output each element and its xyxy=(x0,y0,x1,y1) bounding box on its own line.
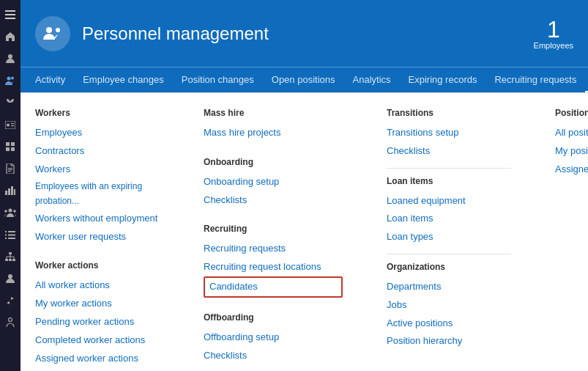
nav-recruiting-requests[interactable]: Recruiting requests xyxy=(485,70,585,92)
id-icon[interactable] xyxy=(0,114,21,135)
svg-point-21 xyxy=(9,209,12,213)
svg-rect-25 xyxy=(8,231,15,232)
grid-icon[interactable] xyxy=(0,136,21,157)
transitions-divider xyxy=(387,168,511,169)
svg-point-40 xyxy=(9,318,12,322)
plant-icon[interactable] xyxy=(0,92,21,113)
list-icon[interactable] xyxy=(0,224,21,245)
link-transitions-checklists[interactable]: Checklists xyxy=(387,142,511,161)
offboarding-section-title: Offboarding xyxy=(204,312,343,323)
document-icon[interactable] xyxy=(0,158,21,179)
sidebar xyxy=(0,0,21,371)
chart-icon[interactable] xyxy=(0,180,21,201)
org-icon[interactable] xyxy=(0,246,21,267)
link-assigned-worker-actions[interactable]: Assigned worker actions xyxy=(35,350,160,368)
home-icon[interactable] xyxy=(0,26,21,47)
organizations-section-title: Organizations xyxy=(387,262,511,272)
link-completed-worker-actions[interactable]: Completed worker actions xyxy=(35,331,160,350)
link-my-worker-actions[interactable]: My worker actions xyxy=(35,295,160,313)
svg-point-41 xyxy=(46,27,52,33)
app-icon xyxy=(35,16,70,51)
nav-expiring-records[interactable]: Expiring records xyxy=(400,70,486,92)
link-recruiting-request-locations[interactable]: Recruiting request locations xyxy=(204,258,343,276)
svg-rect-14 xyxy=(8,168,12,169)
nav-activity[interactable]: Activity xyxy=(26,70,74,92)
svg-rect-9 xyxy=(11,125,14,126)
nav-employee-changes[interactable]: Employee changes xyxy=(74,70,173,92)
svg-rect-11 xyxy=(11,142,15,146)
svg-rect-20 xyxy=(14,189,15,195)
link-departments[interactable]: Departments xyxy=(387,278,511,296)
svg-rect-28 xyxy=(5,238,7,239)
link-employees[interactable]: Employees xyxy=(35,124,160,142)
col-hiring: Mass hire Mass hire projects Onboarding … xyxy=(204,108,343,356)
link-onboarding-setup[interactable]: Onboarding setup xyxy=(204,173,343,191)
link-assigned-position-actions[interactable]: Assigned position actions xyxy=(555,161,588,179)
link-mass-hire-projects[interactable]: Mass hire projects xyxy=(204,124,343,142)
link-loan-items[interactable]: Loan items xyxy=(387,210,511,228)
link-position-hierarchy[interactable]: Position hierarchy xyxy=(387,332,511,350)
onboarding-section-title: Onboarding xyxy=(204,157,343,167)
link-worker-user-requests[interactable]: Worker user requests xyxy=(35,228,160,246)
link-transitions-setup[interactable]: Transitions setup xyxy=(387,124,511,142)
link-jobs[interactable]: Jobs xyxy=(387,296,511,315)
mass-hire-section-title: Mass hire xyxy=(204,108,343,118)
badge-number: 1 xyxy=(547,18,560,41)
svg-point-39 xyxy=(8,274,12,279)
svg-rect-19 xyxy=(11,186,13,195)
transfer-icon[interactable] xyxy=(0,290,21,311)
link-employees-expiring[interactable]: Employees with an expiring probation... xyxy=(35,178,160,209)
svg-rect-10 xyxy=(6,142,10,146)
link-workers-without-employment[interactable]: Workers without employment xyxy=(35,210,160,228)
nav-position-changes[interactable]: Position changes xyxy=(173,70,263,92)
svg-rect-31 xyxy=(5,259,8,261)
svg-rect-29 xyxy=(8,238,15,239)
col-position-actions: Position actions All position actions My… xyxy=(555,108,588,356)
page-title: Personnel management xyxy=(82,23,534,44)
hamburger-icon[interactable] xyxy=(0,4,21,25)
svg-rect-24 xyxy=(5,231,7,232)
svg-point-5 xyxy=(11,77,14,80)
link-loaned-equipment[interactable]: Loaned equipment xyxy=(387,192,511,210)
team-icon[interactable] xyxy=(0,202,21,223)
header: Personnel management 1 Employees xyxy=(21,0,588,67)
people-icon[interactable] xyxy=(0,70,21,91)
link-offboarding-setup[interactable]: Offboarding setup xyxy=(204,328,343,347)
nav-analytics[interactable]: Analytics xyxy=(344,70,400,92)
svg-rect-32 xyxy=(9,259,12,261)
link-pending-worker-actions[interactable]: Pending worker actions xyxy=(35,313,160,331)
svg-rect-30 xyxy=(9,252,12,254)
link-recruiting-requests[interactable]: Recruiting requests xyxy=(204,240,343,258)
person3-icon[interactable] xyxy=(0,312,21,333)
link-onboarding-checklists[interactable]: Checklists xyxy=(204,191,343,210)
svg-rect-8 xyxy=(11,123,14,124)
loan-items-section-title: Loan items xyxy=(387,176,511,186)
svg-point-22 xyxy=(4,210,7,213)
svg-rect-16 xyxy=(8,171,11,172)
svg-rect-17 xyxy=(5,191,7,195)
svg-rect-33 xyxy=(12,259,15,261)
link-my-position-actions[interactable]: My position actions xyxy=(555,142,588,161)
link-workers[interactable]: Workers xyxy=(35,161,160,179)
badge-label: Employees xyxy=(534,41,573,50)
person-icon[interactable] xyxy=(0,48,21,69)
link-offboarding-checklists[interactable]: Checklists xyxy=(204,347,343,365)
svg-point-3 xyxy=(8,54,12,59)
workers-section-title: Workers xyxy=(35,108,160,118)
link-active-positions[interactable]: Active positions xyxy=(387,315,511,333)
position-actions-section-title: Position actions xyxy=(555,108,588,118)
svg-point-7 xyxy=(7,123,10,126)
link-contractors[interactable]: Contractors xyxy=(35,142,160,161)
navbar: Activity Employee changes Position chang… xyxy=(21,67,588,92)
person2-icon[interactable] xyxy=(0,268,21,289)
svg-rect-27 xyxy=(8,234,15,235)
nav-links[interactable]: Links xyxy=(585,70,588,92)
link-all-position-actions[interactable]: All position actions xyxy=(555,124,588,142)
link-loan-types[interactable]: Loan types xyxy=(387,228,511,246)
nav-open-positions[interactable]: Open positions xyxy=(263,70,344,92)
svg-rect-12 xyxy=(6,147,10,151)
link-all-worker-actions[interactable]: All worker actions xyxy=(35,276,160,295)
svg-point-4 xyxy=(7,77,11,81)
link-candidates[interactable]: Candidates xyxy=(204,276,343,298)
col-workers: Workers Employees Contractors Workers Em… xyxy=(35,108,160,356)
